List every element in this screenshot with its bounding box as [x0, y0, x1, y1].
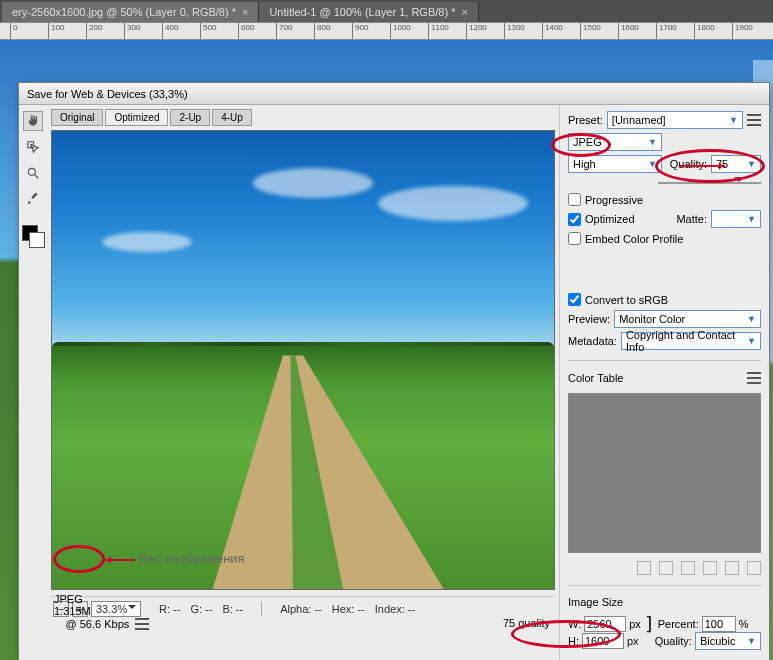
svg-point-0 — [28, 168, 35, 175]
dialog-title[interactable]: Save for Web & Devices (33,3%) — [19, 83, 769, 105]
preview-quality: 75 quality — [503, 617, 550, 629]
document-tab[interactable]: Untitled-1 @ 100% (Layer 1, RGB/8) * × — [259, 2, 478, 22]
quality-slider-track[interactable] — [658, 182, 761, 184]
speed-menu-icon[interactable] — [135, 617, 149, 631]
preview-panel: Original Optimized 2-Up 4-Up — [47, 105, 559, 660]
preview-image — [52, 131, 554, 589]
link-bracket-icon[interactable]: ] — [644, 618, 655, 630]
quality-input[interactable]: 75▼ — [711, 155, 761, 173]
close-icon[interactable]: × — [242, 6, 248, 18]
svg-line-1 — [35, 175, 39, 179]
color-table-icon[interactable] — [659, 561, 673, 575]
embed-profile-checkbox[interactable] — [568, 232, 581, 245]
format-select[interactable]: JPEG▼ — [568, 133, 662, 151]
slice-select-tool-icon[interactable] — [23, 137, 43, 157]
tab-2up[interactable]: 2-Up — [170, 109, 210, 126]
height-label: H: — [568, 635, 579, 647]
width-label: W: — [568, 618, 581, 630]
dialog-toolbar — [19, 105, 47, 660]
eyedropper-color-swatch[interactable] — [22, 225, 38, 241]
tab-label: ery-2560x1600.jpg @ 50% (Layer 0, RGB/8)… — [12, 6, 236, 18]
preview-speed: @ 56.6 Kbps — [66, 618, 130, 630]
color-table-icon[interactable] — [637, 561, 651, 575]
document-tabs: ery-2560x1600.jpg @ 50% (Layer 0, RGB/8)… — [0, 0, 773, 22]
close-icon[interactable]: × — [461, 6, 467, 18]
image-size-label: Image Size — [568, 596, 761, 608]
color-table — [568, 393, 761, 553]
preview-filesize: 1.315M — [54, 605, 91, 617]
flyout-menu-icon[interactable] — [747, 113, 761, 127]
preset-label: Preset: — [568, 114, 603, 126]
resize-quality-select[interactable]: Bicubic▼ — [695, 632, 761, 650]
preview-select[interactable]: Monitor Color▼ — [614, 310, 761, 328]
color-table-menu-icon[interactable] — [747, 371, 761, 385]
percent-input[interactable] — [702, 616, 736, 632]
preview-format: JPEG — [54, 593, 149, 605]
metadata-select[interactable]: Copyright and Contact Info▼ — [621, 332, 761, 350]
horizontal-ruler: 0 100 200 300 400 500 600 700 800 900 10… — [0, 22, 773, 40]
progressive-checkbox[interactable] — [568, 193, 581, 206]
color-table-icon[interactable] — [681, 561, 695, 575]
color-table-label: Color Table — [568, 372, 623, 384]
quality-label: Quality: — [670, 158, 707, 170]
document-tab[interactable]: ery-2560x1600.jpg @ 50% (Layer 0, RGB/8)… — [2, 2, 259, 22]
metadata-label: Metadata: — [568, 335, 617, 347]
zoom-tool-icon[interactable] — [23, 163, 43, 183]
settings-panel: Preset: [Unnamed]▼ JPEG▼ High▼ Quality: … — [559, 105, 769, 660]
height-input[interactable] — [582, 633, 624, 649]
tab-4up[interactable]: 4-Up — [212, 109, 252, 126]
preview-image-frame[interactable]: JPEG 1.315M x @ 56.6 Kbps 75 quality — [51, 130, 555, 590]
optimized-checkbox[interactable] — [568, 213, 581, 226]
hand-tool-icon[interactable] — [23, 111, 43, 131]
color-table-icon[interactable] — [703, 561, 717, 575]
preview-label: Preview: — [568, 313, 610, 325]
tab-label: Untitled-1 @ 100% (Layer 1, RGB/8) * — [269, 6, 455, 18]
annotation-text: Вес изображения — [139, 551, 245, 566]
trash-icon[interactable] — [747, 561, 761, 575]
quality-slider-thumb[interactable] — [734, 177, 744, 187]
width-input[interactable] — [584, 616, 626, 632]
color-table-icon[interactable] — [725, 561, 739, 575]
resize-quality-label: Quality: — [655, 635, 692, 647]
compression-select[interactable]: High▼ — [568, 155, 662, 173]
matte-label: Matte: — [676, 213, 707, 225]
save-for-web-dialog: Save for Web & Devices (33,3%) — [18, 82, 770, 660]
percent-label: Percent: — [658, 618, 699, 630]
preset-select[interactable]: [Unnamed]▼ — [607, 111, 743, 129]
convert-srgb-checkbox[interactable] — [568, 293, 581, 306]
tab-optimized[interactable]: Optimized — [105, 109, 168, 126]
tab-original[interactable]: Original — [51, 109, 103, 126]
matte-select[interactable]: ▼ — [711, 210, 761, 228]
eyedropper-tool-icon[interactable] — [23, 189, 43, 209]
